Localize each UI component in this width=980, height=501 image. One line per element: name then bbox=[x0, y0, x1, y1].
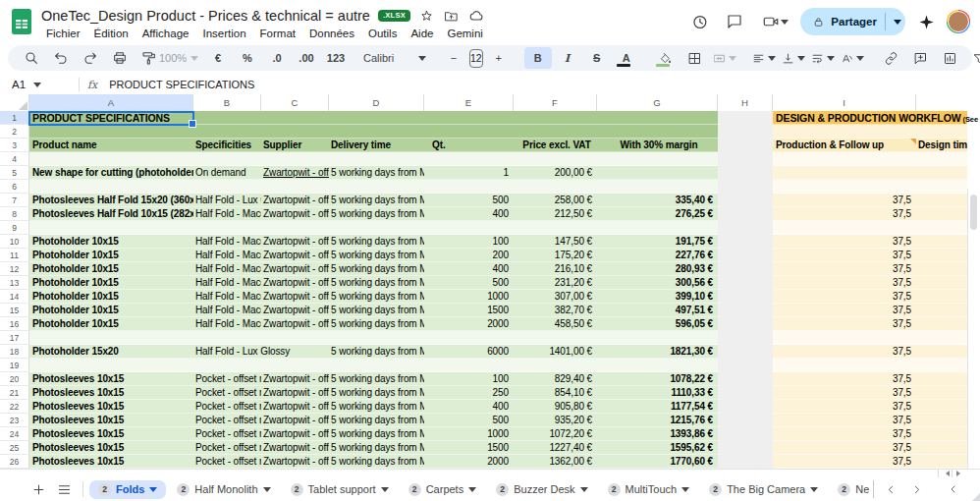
cell-A7[interactable]: Photosleeves Half Fold 15x20 (360x235 mm… bbox=[29, 194, 193, 207]
cell-D12[interactable]: 5 working days from Monday bbox=[329, 262, 424, 276]
cloud-status-icon[interactable] bbox=[467, 8, 484, 25]
tab-tablet-support[interactable]: 2Tablet support bbox=[282, 480, 398, 499]
cell-F18[interactable]: 1401,00 € bbox=[514, 345, 597, 359]
horizontal-align-select[interactable] bbox=[750, 47, 778, 69]
cell-B22[interactable]: Pocket - offset re bbox=[193, 400, 261, 414]
cells-I-J-9[interactable] bbox=[773, 221, 967, 235]
row-header-13[interactable]: 13 bbox=[0, 276, 29, 290]
search-icon[interactable] bbox=[18, 47, 45, 69]
vertical-align-select[interactable] bbox=[780, 47, 807, 69]
cell-H18[interactable] bbox=[718, 345, 773, 359]
cell-H6[interactable] bbox=[718, 180, 773, 194]
cell-D16[interactable]: 5 working days from Monday bbox=[329, 317, 424, 331]
row-header-20[interactable]: 20 bbox=[0, 372, 29, 386]
scroll-left-icon[interactable] bbox=[938, 470, 953, 477]
cells-A-G-17[interactable] bbox=[29, 331, 718, 345]
cell-J3[interactable]: Design time w bbox=[916, 139, 967, 152]
column-header-partial[interactable] bbox=[916, 94, 967, 111]
cell-B25[interactable]: Pocket - offset re bbox=[193, 441, 261, 455]
strikethrough-button[interactable]: S bbox=[583, 47, 611, 69]
cell-I14[interactable]: 37,5 bbox=[773, 290, 916, 304]
tab-menu-icon[interactable] bbox=[263, 487, 271, 496]
cells-A-G-19[interactable] bbox=[29, 359, 718, 372]
cell-H22[interactable] bbox=[718, 400, 773, 414]
cell-J18[interactable] bbox=[916, 345, 967, 359]
cell-D14[interactable]: 5 working days from Monday bbox=[329, 290, 424, 304]
cell-A12[interactable]: Photoholder 10x15 bbox=[29, 262, 193, 276]
cell-H13[interactable] bbox=[718, 276, 773, 290]
cell-F24[interactable]: 1072,20 € bbox=[514, 427, 597, 441]
cell-D3[interactable]: Delivery time bbox=[329, 139, 424, 152]
cell-I10[interactable]: 37,5 bbox=[773, 235, 916, 249]
zoom-select[interactable]: 100% bbox=[165, 47, 192, 69]
cell-C26[interactable]: Zwartopwit - offset bbox=[261, 455, 329, 469]
menu-donnees[interactable]: Données bbox=[302, 27, 361, 40]
row-header-17[interactable]: 17 bbox=[0, 331, 29, 345]
cell-J20[interactable] bbox=[916, 372, 967, 386]
cell-I25[interactable]: 37,5 bbox=[773, 441, 916, 455]
comments-icon[interactable] bbox=[720, 7, 749, 36]
formula-input[interactable]: PRODUCT SPECIFICATIONS bbox=[109, 79, 254, 90]
cells-A-G-6[interactable] bbox=[29, 180, 718, 194]
cell-A23[interactable]: Photosleeves 10x15 bbox=[29, 414, 193, 427]
cell-H5[interactable] bbox=[718, 166, 773, 180]
cells-A-G-2[interactable] bbox=[29, 125, 718, 139]
cell-G20[interactable]: 1078,22 € bbox=[597, 372, 718, 386]
cell-A16[interactable]: Photoholder 10x15 bbox=[29, 317, 193, 331]
cell-C15[interactable]: Zwartopwit - offset bbox=[261, 304, 329, 317]
tab-menu-icon[interactable] bbox=[810, 487, 818, 496]
row-header-1[interactable]: 1 bbox=[0, 111, 29, 125]
cell-H3[interactable] bbox=[718, 139, 773, 152]
cell-D10[interactable]: 5 working days from Monday bbox=[329, 235, 424, 249]
cell-C10[interactable]: Zwartopwit - offset bbox=[261, 235, 329, 249]
cell-J11[interactable] bbox=[916, 249, 967, 262]
cell-A24[interactable]: Photosleeves 10x15 bbox=[29, 427, 193, 441]
cell-F14[interactable]: 307,00 € bbox=[514, 290, 597, 304]
cell-A20[interactable]: Photosleeves 10x15 bbox=[29, 372, 193, 386]
cell-C14[interactable]: Zwartopwit - offset bbox=[261, 290, 329, 304]
column-header-C[interactable]: C bbox=[261, 94, 329, 111]
move-to-folder-icon[interactable] bbox=[443, 8, 460, 25]
cell-G3[interactable]: With 30% margin bbox=[597, 139, 718, 152]
tab-buzzer-desk[interactable]: 2Buzzer Desk bbox=[487, 480, 596, 499]
cell-I1[interactable]: DESIGN & PRODUCTION WORKFLOW (See note) bbox=[773, 111, 967, 125]
cell-D24[interactable]: 5 working days from Monday bbox=[329, 427, 424, 441]
cell-J16[interactable] bbox=[916, 317, 967, 331]
decrease-decimals-button[interactable]: .0 bbox=[263, 47, 291, 69]
row-header-23[interactable]: 23 bbox=[0, 414, 29, 427]
tab-ne[interactable]: 2Ne bbox=[829, 480, 869, 499]
cell-I13[interactable]: 37,5 bbox=[773, 276, 916, 290]
cell-G21[interactable]: 1110,33 € bbox=[597, 386, 718, 400]
column-header-I[interactable]: I bbox=[773, 94, 916, 111]
increase-decimals-button[interactable]: .00 bbox=[293, 47, 320, 69]
cells-A-G-9[interactable] bbox=[29, 221, 718, 235]
cell-E24[interactable]: 1000 bbox=[424, 427, 514, 441]
cell-D22[interactable]: 5 working days from Monday bbox=[329, 400, 424, 414]
meet-video-icon[interactable] bbox=[755, 7, 794, 36]
cell-B14[interactable]: Half Fold - Maco bbox=[193, 290, 261, 304]
menu-outils[interactable]: Outils bbox=[361, 27, 404, 40]
cell-J23[interactable] bbox=[916, 414, 967, 427]
row-header-25[interactable]: 25 bbox=[0, 441, 29, 455]
cell-A26[interactable]: Photosleeves 10x15 bbox=[29, 455, 193, 469]
cell-B26[interactable]: Pocket - offset re bbox=[193, 455, 261, 469]
cell-I15[interactable]: 37,5 bbox=[773, 304, 916, 317]
column-header-H[interactable]: H bbox=[718, 94, 773, 111]
sheets-logo-icon[interactable] bbox=[12, 9, 31, 34]
more-formats-button[interactable]: 123 bbox=[322, 47, 350, 69]
menu-format[interactable]: Format bbox=[253, 27, 302, 40]
cell-J22[interactable] bbox=[916, 400, 967, 414]
tab-menu-icon[interactable] bbox=[468, 487, 476, 496]
cell-H17[interactable] bbox=[718, 331, 773, 345]
font-select[interactable]: Calibri bbox=[361, 47, 428, 69]
fill-color-button[interactable] bbox=[652, 47, 680, 69]
cell-C24[interactable]: Zwartopwit - offset bbox=[261, 427, 329, 441]
vertical-scrollbar-thumb[interactable] bbox=[970, 195, 977, 230]
cell-C5[interactable]: Zwartopwit - offset bbox=[261, 166, 329, 180]
cell-G22[interactable]: 1177,54 € bbox=[597, 400, 718, 414]
print-icon[interactable] bbox=[106, 47, 134, 69]
tab-menu-icon[interactable] bbox=[149, 487, 157, 496]
collapse-panel-icon[interactable] bbox=[941, 478, 966, 500]
cell-C12[interactable]: Zwartopwit - offset bbox=[261, 262, 329, 276]
format-currency-button[interactable]: € bbox=[204, 47, 232, 69]
